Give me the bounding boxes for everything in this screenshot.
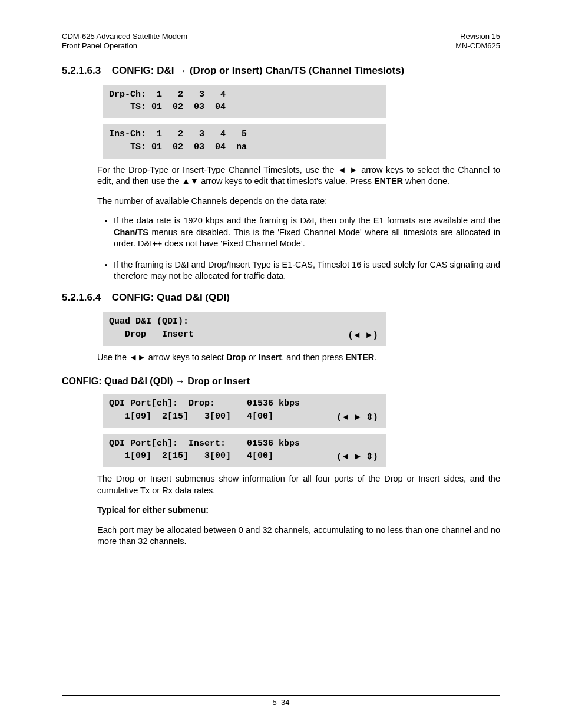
lcd-display-qdi-drop: QDI Port[ch]: Drop: 01536 kbps 1[09] 2[1… <box>103 394 386 428</box>
header-left-line2: Front Panel Operation <box>62 41 187 51</box>
bullet-list: If the data rate is 1920 kbps and the fr… <box>97 215 500 282</box>
paragraph-port-allocation: Each port may be allocated between 0 and… <box>97 525 500 548</box>
up-down-arrow-icon: ▲▼ <box>182 176 199 186</box>
right-arrow-icon: → <box>176 376 185 386</box>
paragraph-typical-label: Typical for either submenu: <box>97 505 500 516</box>
page: CDM-625 Advanced Satellite Modem Front P… <box>0 0 562 728</box>
section-heading-52164: 5.2.1.6.4 CONFIG: Quad D&I (QDI) <box>62 292 500 304</box>
paragraph-drop-insert-select: Use the ◄► arrow keys to select Drop or … <box>97 352 500 364</box>
page-header: CDM-625 Advanced Satellite Modem Front P… <box>62 32 500 51</box>
nav-arrows-icon: (◄ ► ⇕) <box>338 450 378 463</box>
page-number: 5–34 <box>273 698 290 707</box>
paragraph-timeslot-instructions: For the Drop-Type or Insert-Type Channel… <box>97 164 500 187</box>
lcd-display-ins: Ins-Ch: 1 2 3 4 5 TS: 01 02 03 04 na <box>103 124 386 159</box>
section-number: 5.2.1.6.3 <box>62 65 109 77</box>
enter-key-label: ENTER <box>345 353 374 362</box>
section-heading-52163: 5.2.1.6.3 CONFIG: D&I → (Drop or Insert)… <box>62 65 500 77</box>
left-right-arrow-icon: ◄ ► <box>338 165 358 174</box>
lcd-display-qdi-insert: QDI Port[ch]: Insert: 01536 kbps 1[09] 2… <box>103 434 386 468</box>
chan-ts-label: Chan/TS <box>114 228 148 237</box>
page-footer: 5–34 <box>62 691 500 707</box>
header-left-line1: CDM-625 Advanced Satellite Modem <box>62 32 187 41</box>
sub-heading-drop-or-insert: CONFIG: Quad D&I (QDI) → Drop or Insert <box>62 376 500 387</box>
header-left: CDM-625 Advanced Satellite Modem Front P… <box>62 32 187 51</box>
header-right: Revision 15 MN-CDM625 <box>455 32 500 51</box>
nav-arrows-icon: (◄ ► ⇕) <box>338 410 378 423</box>
left-right-arrow-icon: ◄► <box>129 353 146 362</box>
enter-key-label: ENTER <box>374 176 403 186</box>
right-arrow-icon: → <box>177 65 187 76</box>
bullet-fixed-channel-mode: If the data rate is 1920 kbps and the fr… <box>114 215 500 250</box>
paragraph-submenu-info: The Drop or Insert submenus show informa… <box>97 473 500 496</box>
header-divider <box>62 54 500 54</box>
section-title-pre: CONFIG: D&I <box>112 65 177 76</box>
insert-label: Insert <box>259 353 282 362</box>
bullet-e1-cas: If the framing is D&I and Drop/Insert Ty… <box>114 259 500 282</box>
left-right-arrow-icon: (◄ ►) <box>349 328 378 341</box>
footer-divider <box>62 695 500 696</box>
header-right-line1: Revision 15 <box>455 32 500 41</box>
lcd-display-qdi: Quad D&I (QDI): Drop Insert(◄ ►) <box>103 312 386 346</box>
section-title-post: (Drop or Insert) Chan/TS (Channel Timesl… <box>187 65 404 76</box>
paragraph-channel-count: The number of available Channels depends… <box>97 196 500 207</box>
section-title: CONFIG: Quad D&I (QDI) <box>112 292 230 303</box>
header-right-line2: MN-CDM625 <box>455 41 500 51</box>
drop-label: Drop <box>226 353 246 362</box>
section-number: 5.2.1.6.4 <box>62 292 109 304</box>
lcd-display-drp: Drp-Ch: 1 2 3 4 TS: 01 02 03 04 <box>103 85 386 119</box>
